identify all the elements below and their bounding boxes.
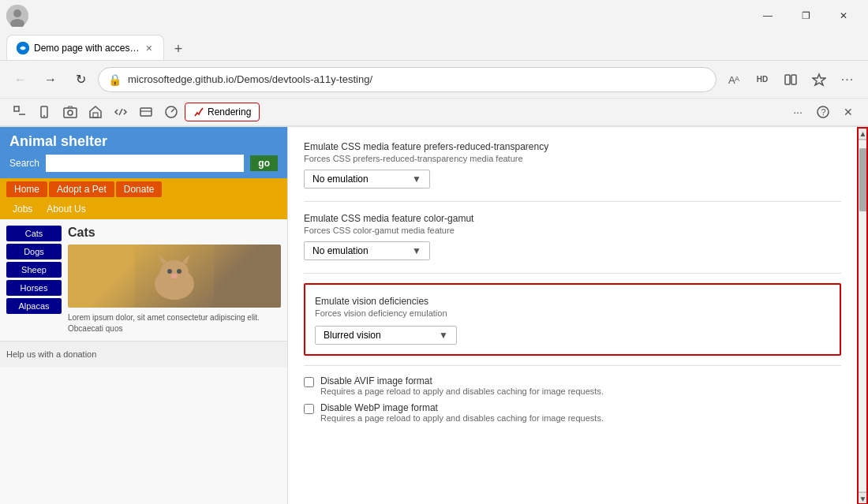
window-close-button[interactable]: ✕ [825,3,862,28]
devtools-help-button[interactable]: ? [811,100,835,124]
tab-title: Demo page with accessibility iss [34,43,140,54]
vision-arrow: ▼ [439,330,448,341]
svg-line-16 [119,109,122,115]
color-gamut-value: No emulation [312,245,369,256]
nav-home[interactable]: Home [6,181,47,197]
sidebar-alpacas[interactable]: Alpacas [6,298,62,314]
devtools-screenshot-button[interactable] [58,100,82,124]
svg-rect-17 [140,108,152,116]
rendering-panel-scroll: Emulate CSS media feature prefers-reduce… [288,127,857,504]
devtools-panel: Emulate CSS media feature prefers-reduce… [288,127,868,504]
color-gamut-dropdown[interactable]: No emulation ▼ [304,241,430,260]
color-gamut-label: Emulate CSS media feature color-gamut [304,211,841,226]
site-body-text: Lorem ipsum dolor, sit amet consectetur … [68,312,281,334]
site-main-content: Cats Lorem ipsum dolor [68,226,281,334]
svg-rect-15 [93,113,98,118]
avif-label: Disable AVIF image format [320,375,604,386]
scroll-down-arrow[interactable]: ▼ [858,492,869,504]
svg-rect-9 [14,106,19,111]
address-bar[interactable]: 🔒 microsoftedge.github.io/Demos/devtools… [98,67,716,92]
nav-donate[interactable]: Donate [116,181,163,197]
reduced-transparency-dropdown[interactable]: No emulation ▼ [304,170,430,189]
divider-1 [304,201,841,202]
search-label: Search [9,158,39,169]
site-header: Animal shelter Search go [0,127,287,178]
new-tab-button[interactable]: + [167,38,189,60]
read-aloud-button[interactable]: AA [721,67,746,92]
hd-button[interactable]: HD [750,67,775,92]
color-gamut-arrow: ▼ [412,245,421,256]
devtools-close-button[interactable]: ✕ [836,100,860,124]
section-title: Cats [68,226,281,240]
devtools-network-button[interactable] [134,100,158,124]
svg-rect-6 [785,75,790,84]
devtools-home-button[interactable] [84,100,107,124]
webp-checkbox[interactable] [304,404,314,414]
more-button[interactable]: ··· [835,67,860,92]
svg-marker-8 [813,74,825,85]
svg-point-1 [13,9,21,17]
site-bottom: Help us with a donation [0,341,287,368]
scroll-track[interactable] [858,140,868,492]
site-title: Animal shelter [9,133,278,150]
site-nav: Home Adopt a Pet Donate [0,178,287,200]
tab-favicon [17,42,29,54]
devtools-sources-button[interactable] [109,100,133,124]
nav-adopt[interactable]: Adopt a Pet [49,181,114,197]
website-preview: Animal shelter Search go Home Adopt a Pe… [0,127,288,504]
browser-tab[interactable]: Demo page with accessibility iss × [6,35,164,60]
site-search-button[interactable]: go [250,155,278,171]
rendering-tab[interactable]: Rendering [185,103,260,121]
webp-row: Disable WebP image format Requires a pag… [304,402,841,423]
panel-scrollbar[interactable]: ▲ ▼ [857,127,868,504]
devtools-more-button[interactable]: ··· [786,100,810,124]
minimize-button[interactable]: — [750,3,786,28]
maximize-button[interactable]: ❐ [788,3,824,28]
color-gamut-sublabel: Forces CSS color-gamut media feature [304,226,841,235]
sidebar-dogs[interactable]: Dogs [6,244,62,259]
vision-label: Emulate vision deficiencies [315,294,830,308]
scroll-up-arrow[interactable]: ▲ [858,127,869,140]
scroll-thumb[interactable] [859,148,867,211]
svg-rect-7 [791,75,796,84]
svg-point-29 [171,274,178,278]
devtools-device-button[interactable] [33,100,57,124]
avif-sublabel: Requires a page reload to apply and disa… [320,386,604,396]
sidebar-cats[interactable]: Cats [6,226,62,241]
site-nav2: Jobs About Us [0,200,287,219]
forward-button[interactable]: → [38,67,63,92]
sidebar-sheep[interactable]: Sheep [6,262,62,278]
reduced-transparency-setting: Emulate CSS media feature prefers-reduce… [304,140,841,189]
divider-2 [304,273,841,274]
cat-image [68,245,281,308]
refresh-button[interactable]: ↻ [68,67,93,92]
avif-row: Disable AVIF image format Requires a pag… [304,375,841,396]
site-bottom-text: Help us with a donation [6,348,281,361]
svg-point-27 [167,269,172,274]
nav-about[interactable]: About Us [40,202,92,216]
webp-label: Disable WebP image format [320,402,604,413]
svg-point-28 [177,269,181,274]
svg-point-14 [68,110,73,115]
svg-point-12 [43,115,45,117]
favorites-button[interactable] [806,67,832,92]
svg-rect-13 [64,108,77,118]
svg-point-24 [160,260,189,284]
site-search-input[interactable] [46,155,244,172]
svg-text:A: A [735,75,739,83]
back-button[interactable]: ← [8,67,33,92]
nav-jobs[interactable]: Jobs [6,202,39,216]
sidebar-horses[interactable]: Horses [6,280,62,296]
reduced-transparency-label: Emulate CSS media feature prefers-reduce… [304,140,841,154]
devtools-inspect-button[interactable] [8,100,32,124]
avif-checkbox[interactable] [304,377,314,387]
webp-sublabel: Requires a page reload to apply and disa… [320,413,604,423]
tab-close-button[interactable]: × [144,40,154,56]
svg-text:?: ? [821,107,826,117]
split-screen-button[interactable] [778,67,803,92]
vision-dropdown[interactable]: Blurred vision ▼ [315,326,457,345]
site-sidebar: Cats Dogs Sheep Horses Alpacas [6,226,62,334]
reduced-transparency-value: No emulation [312,174,369,185]
color-gamut-setting: Emulate CSS media feature color-gamut Fo… [304,211,841,260]
devtools-performance-button[interactable] [159,100,183,124]
